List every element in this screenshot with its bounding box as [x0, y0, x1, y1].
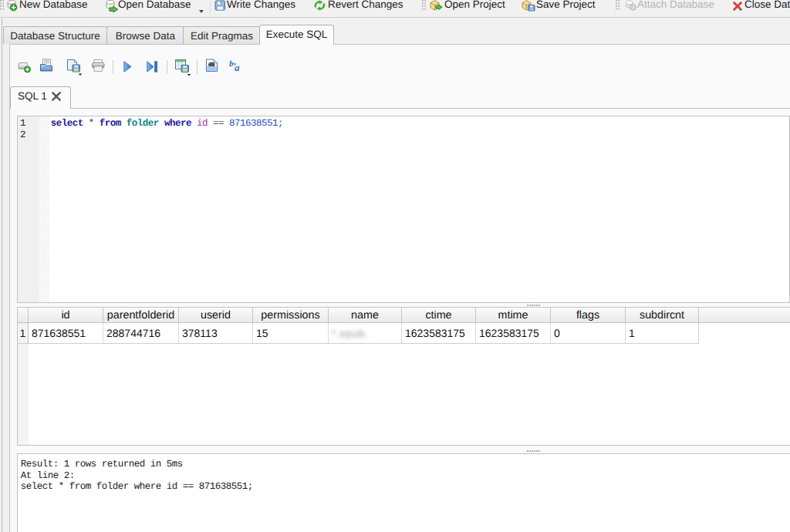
svg-text:b: b: [229, 59, 234, 69]
svg-text:a: a: [235, 62, 240, 72]
